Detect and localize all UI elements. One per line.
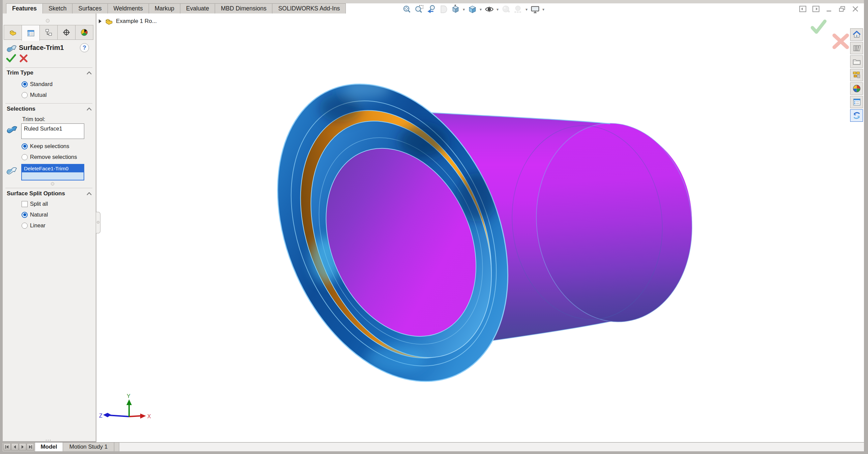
divider bbox=[5, 103, 92, 104]
bottom-resize-grip[interactable] bbox=[45, 439, 51, 441]
radio-natural[interactable]: Natural bbox=[22, 211, 48, 218]
design-library-icon[interactable] bbox=[850, 42, 863, 54]
confirmation-corner bbox=[807, 17, 855, 54]
help-icon[interactable]: ? bbox=[80, 43, 89, 52]
apply-scene-dropdown-icon[interactable]: ▾ bbox=[525, 7, 529, 12]
surface-split-header[interactable]: Surface Split Options bbox=[7, 190, 92, 197]
tab-property-manager[interactable] bbox=[22, 25, 40, 41]
tab-motion-study-1[interactable]: Motion Study 1 bbox=[63, 443, 114, 451]
property-manager-panel: Surface-Trim1 ? Trim Type Standard Mutua… bbox=[3, 13, 96, 441]
hide-show-items-dropdown-icon[interactable]: ▾ bbox=[496, 7, 500, 12]
pm-title: Surface-Trim1 bbox=[19, 44, 64, 52]
tab-markup[interactable]: Markup bbox=[149, 3, 180, 13]
radio-mutual-circle[interactable] bbox=[22, 92, 28, 98]
study-nav-buttons bbox=[3, 443, 35, 451]
confirm-cancel-icon[interactable] bbox=[834, 35, 847, 47]
ok-button[interactable] bbox=[6, 54, 16, 63]
pm-title-row: Surface-Trim1 ? bbox=[3, 43, 96, 55]
restore-icon[interactable] bbox=[838, 4, 847, 13]
confirm-accept-icon[interactable] bbox=[812, 21, 825, 32]
custom-properties-icon[interactable] bbox=[850, 96, 863, 108]
part-icon bbox=[104, 17, 113, 26]
cancel-button[interactable] bbox=[20, 54, 28, 62]
radio-mutual[interactable]: Mutual bbox=[22, 92, 47, 98]
hide-show-items-icon[interactable] bbox=[483, 4, 495, 15]
breadcrumb: Example 1 Ro... bbox=[98, 17, 157, 26]
collapse-chevron-icon[interactable] bbox=[87, 192, 92, 195]
tree-root-label[interactable]: Example 1 Ro... bbox=[116, 18, 157, 25]
tab-surfaces[interactable]: Surfaces bbox=[72, 3, 108, 13]
trim-type-header[interactable]: Trim Type bbox=[7, 69, 92, 76]
selection-listbox[interactable]: DeleteFace1-Trim0 bbox=[21, 164, 84, 180]
listbox-resize-grip[interactable] bbox=[51, 182, 54, 186]
selections-header[interactable]: Selections bbox=[7, 106, 92, 112]
tab-display-manager[interactable] bbox=[75, 25, 93, 40]
minimize-icon[interactable] bbox=[825, 4, 834, 13]
panel-top-grip[interactable] bbox=[46, 19, 50, 23]
display-style-icon[interactable] bbox=[467, 4, 478, 15]
previous-view-icon[interactable] bbox=[425, 4, 437, 15]
solidworks-resources-home-icon[interactable] bbox=[850, 28, 863, 41]
selection-surface-icon bbox=[6, 165, 17, 175]
panel-splitter-handle[interactable] bbox=[96, 212, 100, 233]
section-view-icon[interactable] bbox=[438, 4, 449, 15]
view-settings-dropdown-icon[interactable]: ▾ bbox=[541, 7, 545, 12]
edit-appearance-icon[interactable] bbox=[500, 4, 512, 15]
divider bbox=[5, 188, 92, 188]
checkbox-split-all[interactable]: Split all bbox=[22, 201, 48, 207]
tab-dimxpert-manager[interactable] bbox=[57, 25, 76, 40]
tab-mbd-dimensions[interactable]: MBD Dimensions bbox=[215, 3, 272, 13]
view-orientation-dropdown-icon[interactable]: ▾ bbox=[462, 7, 466, 12]
nav-first-icon[interactable] bbox=[3, 443, 11, 451]
close-icon[interactable] bbox=[851, 4, 860, 13]
view-settings-icon[interactable] bbox=[529, 4, 541, 15]
radio-keep-selections[interactable]: Keep selections bbox=[22, 143, 69, 149]
collapse-chevron-icon[interactable] bbox=[87, 72, 92, 75]
tab-sketch[interactable]: Sketch bbox=[42, 3, 73, 13]
apply-scene-icon[interactable] bbox=[512, 4, 524, 15]
radio-linear[interactable]: Linear bbox=[22, 222, 46, 229]
tab-bar-filler bbox=[114, 443, 119, 451]
view-palette-icon[interactable] bbox=[850, 69, 863, 81]
trim-tool-surface-icon bbox=[6, 124, 18, 134]
collapse-left-pane-icon[interactable] bbox=[798, 4, 807, 13]
tree-expand-icon[interactable] bbox=[98, 19, 102, 24]
radio-linear-circle[interactable] bbox=[22, 223, 28, 229]
trim-tool-label: Trim tool: bbox=[22, 116, 45, 122]
display-style-dropdown-icon[interactable]: ▾ bbox=[479, 7, 483, 12]
radio-remove-selections[interactable]: Remove selections bbox=[22, 154, 77, 160]
collapse-right-pane-icon[interactable] bbox=[811, 4, 820, 13]
nav-last-icon[interactable] bbox=[27, 443, 34, 451]
zoom-to-fit-icon[interactable] bbox=[401, 4, 413, 15]
tab-features[interactable]: Features bbox=[6, 3, 43, 13]
trim-tool-input[interactable]: Ruled Surface1 bbox=[21, 123, 84, 139]
selection-list-item[interactable]: DeleteFace1-Trim0 bbox=[22, 165, 84, 172]
tab-feature-manager[interactable] bbox=[4, 25, 22, 40]
view-orientation-icon[interactable] bbox=[450, 4, 461, 15]
radio-keep-circle[interactable] bbox=[22, 143, 28, 149]
tab-weldments[interactable]: Weldments bbox=[108, 3, 149, 13]
tab-configuration-manager[interactable] bbox=[39, 25, 58, 40]
divider bbox=[5, 67, 92, 68]
manager-tab-strip bbox=[4, 25, 93, 41]
splitter-grip-dot bbox=[97, 221, 99, 224]
file-explorer-icon[interactable] bbox=[850, 55, 863, 68]
tab-evaluate[interactable]: Evaluate bbox=[180, 3, 215, 13]
nav-next-icon[interactable] bbox=[19, 443, 26, 451]
tab-model[interactable]: Model bbox=[35, 443, 63, 451]
nav-previous-icon[interactable] bbox=[11, 443, 19, 451]
command-manager-tabs: Features Sketch Surfaces Weldments Marku… bbox=[3, 3, 306, 13]
graphics-viewport[interactable] bbox=[96, 3, 864, 442]
appearances-scenes-icon[interactable] bbox=[850, 82, 863, 95]
split-all-checkbox[interactable] bbox=[22, 201, 28, 207]
zoom-to-area-icon[interactable] bbox=[413, 4, 425, 15]
radio-standard[interactable]: Standard bbox=[22, 81, 53, 87]
radio-standard-circle[interactable] bbox=[22, 81, 28, 87]
radio-remove-circle[interactable] bbox=[22, 154, 28, 160]
task-pane-toolbar bbox=[850, 28, 863, 122]
solidworks-sync-icon[interactable] bbox=[850, 109, 863, 122]
radio-natural-circle[interactable] bbox=[22, 212, 28, 218]
tab-solidworks-addins[interactable]: SOLIDWORKS Add-Ins bbox=[272, 3, 346, 13]
tab-bar-filler bbox=[119, 443, 864, 451]
collapse-chevron-icon[interactable] bbox=[87, 108, 92, 111]
